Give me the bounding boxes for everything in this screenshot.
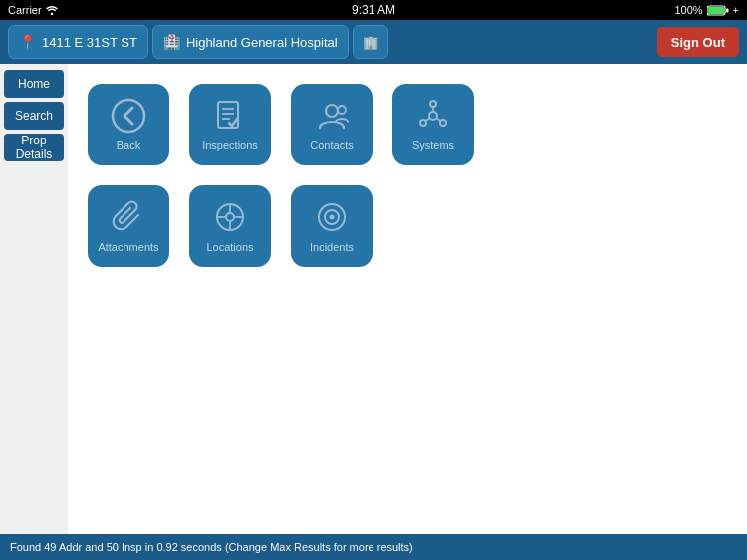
svg-point-20 bbox=[226, 213, 234, 221]
home-button[interactable]: Home bbox=[4, 70, 64, 98]
locations-tile[interactable]: Locations bbox=[189, 185, 271, 267]
svg-point-12 bbox=[429, 112, 437, 120]
sidebar: Home Search Prop Details bbox=[0, 64, 68, 167]
top-nav: 📍 1411 E 31ST ST 🏥 Highland General Hosp… bbox=[0, 20, 747, 64]
back-icon bbox=[111, 98, 146, 134]
wifi-icon bbox=[46, 5, 58, 15]
status-message: Found 49 Addr and 50 Insp in 0.92 second… bbox=[10, 541, 413, 553]
battery-icon bbox=[707, 5, 729, 16]
battery-label: 100% bbox=[674, 4, 702, 16]
address-tab[interactable]: 📍 1411 E 31ST ST bbox=[8, 25, 148, 59]
carrier-label: Carrier bbox=[8, 4, 42, 16]
address-label: 1411 E 31ST ST bbox=[42, 35, 137, 50]
attachments-label: Attachments bbox=[98, 241, 158, 253]
status-bar: Carrier 9:31 AM 100% + bbox=[0, 0, 747, 20]
sign-out-button[interactable]: Sign Out bbox=[657, 27, 739, 57]
svg-line-17 bbox=[426, 119, 430, 122]
svg-rect-4 bbox=[708, 7, 710, 14]
building-tab[interactable]: 🏢 bbox=[353, 25, 388, 59]
building2-icon: 🏢 bbox=[363, 35, 378, 50]
attachments-tile[interactable]: Attachments bbox=[88, 185, 169, 267]
hospital-tab[interactable]: 🏥 Highland General Hospital bbox=[152, 25, 349, 59]
charging-icon: + bbox=[733, 4, 739, 16]
locations-label: Locations bbox=[206, 241, 253, 253]
svg-point-0 bbox=[50, 13, 52, 15]
systems-icon bbox=[415, 98, 451, 134]
svg-point-27 bbox=[330, 215, 335, 220]
prop-details-button[interactable]: Prop Details bbox=[4, 134, 64, 161]
inspections-tile[interactable]: Inspections bbox=[189, 84, 271, 165]
svg-point-5 bbox=[113, 100, 144, 132]
icon-row-1: Back Inspections bbox=[88, 84, 727, 165]
back-tile[interactable]: Back bbox=[88, 84, 169, 165]
incidents-label: Incidents bbox=[310, 241, 354, 253]
svg-point-11 bbox=[338, 106, 346, 114]
main-content: Back Inspections bbox=[68, 64, 747, 534]
svg-rect-6 bbox=[218, 102, 238, 128]
incidents-icon bbox=[314, 199, 350, 235]
icon-grid: Back Inspections bbox=[88, 84, 727, 267]
svg-line-18 bbox=[437, 119, 441, 122]
inspections-icon bbox=[212, 98, 248, 134]
icon-row-2: Attachments Locations bbox=[88, 185, 727, 267]
bottom-bar: Found 49 Addr and 50 Insp in 0.92 second… bbox=[0, 534, 747, 560]
systems-tile[interactable]: Systems bbox=[392, 84, 474, 165]
svg-point-13 bbox=[430, 101, 436, 107]
locations-icon bbox=[212, 199, 248, 235]
search-button[interactable]: Search bbox=[4, 102, 64, 130]
contacts-icon bbox=[314, 98, 350, 134]
contacts-tile[interactable]: Contacts bbox=[291, 84, 373, 165]
systems-label: Systems bbox=[412, 140, 454, 151]
svg-rect-2 bbox=[708, 7, 724, 14]
location-pin-icon: 📍 bbox=[19, 34, 36, 50]
building-icon: 🏥 bbox=[163, 34, 180, 50]
svg-rect-3 bbox=[726, 8, 729, 12]
attachments-icon bbox=[111, 199, 146, 235]
inspections-label: Inspections bbox=[202, 140, 258, 151]
time-display: 9:31 AM bbox=[352, 3, 395, 17]
svg-point-14 bbox=[420, 120, 426, 126]
contacts-label: Contacts bbox=[310, 140, 353, 151]
back-label: Back bbox=[117, 140, 140, 151]
hospital-label: Highland General Hospital bbox=[186, 35, 338, 50]
svg-point-10 bbox=[326, 105, 338, 117]
incidents-tile[interactable]: Incidents bbox=[291, 185, 373, 267]
svg-point-15 bbox=[440, 120, 446, 126]
